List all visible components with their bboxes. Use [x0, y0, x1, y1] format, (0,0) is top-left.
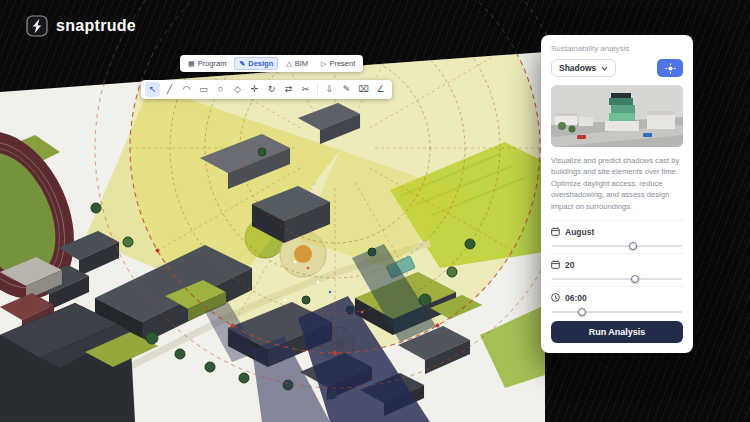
select-tool-icon[interactable]: ↖ [145, 82, 160, 97]
day-slider-handle[interactable] [631, 275, 639, 283]
calendar-icon [551, 227, 560, 236]
tab-design-label: Design [248, 59, 273, 68]
time-control: 06:00 [551, 286, 683, 313]
play-icon: ▷ [321, 60, 326, 67]
rotate-tool-icon[interactable]: ↻ [264, 82, 279, 97]
line-tool-icon[interactable]: ╱ [162, 82, 177, 97]
toolbar-divider [317, 84, 318, 95]
month-slider[interactable] [552, 245, 682, 247]
move-tool-icon[interactable]: ✛ [247, 82, 262, 97]
day-slider[interactable] [552, 278, 682, 280]
month-slider-handle[interactable] [629, 242, 637, 250]
circle-tool-icon[interactable]: ○ [213, 82, 228, 97]
flip-tool-icon[interactable]: ⇄ [281, 82, 296, 97]
measure-tool-icon[interactable]: ∠ [373, 82, 388, 97]
shadow-analysis-button[interactable] [657, 59, 683, 77]
tab-bim[interactable]: △ BIM [281, 57, 313, 70]
brand-name: snaptrude [56, 17, 136, 35]
tab-bim-label: BIM [295, 59, 308, 68]
tab-program[interactable]: ▦ Program [183, 57, 231, 70]
brand-header: snaptrude [26, 15, 136, 37]
sun-icon [665, 63, 676, 74]
day-label: 20 [565, 260, 574, 270]
time-slider-handle[interactable] [578, 308, 586, 316]
time-slider[interactable] [552, 311, 682, 313]
sustainability-panel: Sustainability analysis Shadows [541, 35, 693, 353]
analysis-preview-image [551, 85, 683, 147]
clock-icon [551, 293, 560, 302]
erase-tool-icon[interactable]: ⌧ [356, 82, 371, 97]
snaptrude-logo[interactable] [26, 15, 48, 37]
analysis-description: Visualize and predict shadows cast by bu… [551, 155, 683, 212]
grid-icon: ▦ [188, 60, 195, 67]
tab-design[interactable]: ✎ Design [234, 57, 278, 70]
analysis-type-value: Shadows [559, 63, 596, 73]
time-label: 06:00 [565, 293, 587, 303]
calendar-icon [551, 260, 560, 269]
day-control: 20 [551, 253, 683, 280]
annotate-tool-icon[interactable]: ✎ [339, 82, 354, 97]
month-control: August [551, 220, 683, 247]
triangle-icon: △ [286, 60, 291, 67]
panel-title: Sustainability analysis [551, 44, 683, 53]
import-tool-icon[interactable]: ⇩ [322, 82, 337, 97]
split-tool-icon[interactable]: ✂ [298, 82, 313, 97]
arc-tool-icon[interactable]: ◠ [179, 82, 194, 97]
drawing-toolbar: ↖ ╱ ◠ ▭ ○ ◇ ✛ ↻ ⇄ ✂ ⇩ ✎ ⌧ ∠ [141, 80, 392, 99]
month-label: August [565, 227, 594, 237]
polygon-tool-icon[interactable]: ◇ [230, 82, 245, 97]
rectangle-tool-icon[interactable]: ▭ [196, 82, 211, 97]
tab-present[interactable]: ▷ Present [316, 57, 360, 70]
chevron-down-icon [601, 66, 608, 71]
mode-tabs: ▦ Program ✎ Design △ BIM ▷ Present [180, 55, 363, 72]
tab-program-label: Program [198, 59, 227, 68]
analysis-type-dropdown[interactable]: Shadows [551, 59, 616, 77]
pencil-icon: ✎ [239, 60, 245, 67]
run-analysis-button[interactable]: Run Analysis [551, 321, 683, 343]
tab-present-label: Present [329, 59, 355, 68]
